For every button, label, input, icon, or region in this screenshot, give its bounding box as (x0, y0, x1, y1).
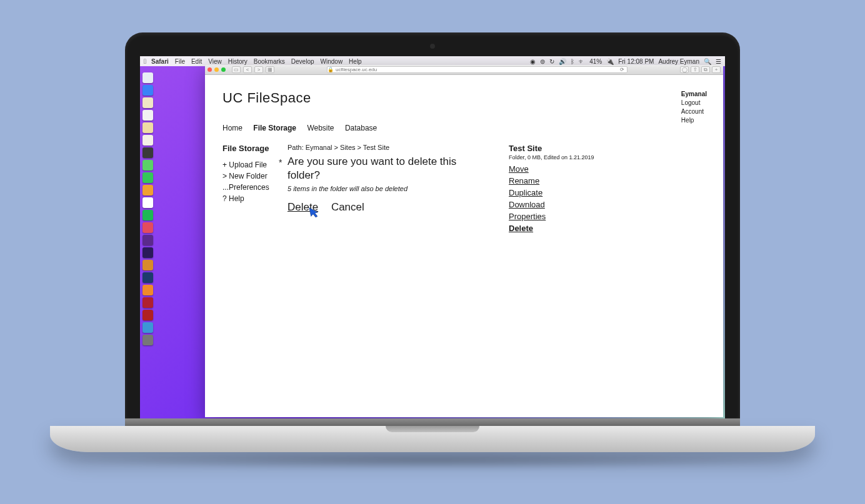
new-tab-button[interactable]: + (712, 66, 721, 73)
confirm-hint: 5 items in the folder will also be delet… (288, 185, 472, 192)
battery-percent[interactable]: 41% (589, 58, 602, 65)
dock-app-19[interactable] (142, 310, 153, 320)
laptop-base (50, 426, 815, 452)
cc-icon[interactable]: ◉ (530, 58, 536, 65)
dock-app-7[interactable] (142, 160, 153, 170)
dock-app-18[interactable] (142, 297, 153, 308)
laptop-shadow (56, 451, 806, 470)
dock-app-10[interactable] (142, 197, 153, 208)
sidebar: File Storage + Upload File > New Folder … (222, 144, 285, 234)
action-delete[interactable]: Delete (509, 222, 615, 234)
cancel-button[interactable]: Cancel (331, 201, 364, 213)
apple-menu-icon[interactable]:  (144, 57, 146, 65)
lock-icon: 🔒 (328, 67, 334, 72)
zoom-window-button[interactable] (221, 67, 226, 72)
action-duplicate[interactable]: Duplicate (509, 187, 615, 199)
sidebar-help[interactable]: ? Help (222, 193, 285, 204)
nav-file-storage[interactable]: File Storage (253, 124, 296, 132)
dock-app-6[interactable] (142, 147, 153, 158)
camera-dot (430, 44, 435, 49)
dock-app-5[interactable] (142, 135, 153, 146)
action-move[interactable]: Move (509, 163, 615, 175)
minimize-window-button[interactable] (214, 67, 219, 72)
user-nav: Eymanal Logout Account Help (681, 90, 707, 125)
main-column: Path: Eymanal > Sites > Test Site * Are … (285, 144, 472, 234)
reader-button[interactable]: ◯ (680, 66, 689, 73)
battery-icon[interactable]: 🔌 (606, 58, 614, 65)
window-controls (208, 67, 226, 72)
share-button[interactable]: ⇪ (691, 66, 699, 73)
details-meta: Folder, 0 MB, Edited on 1.21.2019 (509, 154, 615, 161)
spotlight-icon[interactable]: 🔍 (704, 58, 711, 65)
volume-icon[interactable]: 🔊 (559, 58, 566, 65)
desktop-wallpaper:  Safari File Edit View History Bookmark… (140, 56, 725, 418)
account-link[interactable]: Account (681, 107, 707, 116)
menubar-item-help[interactable]: Help (349, 58, 362, 65)
menubar-item-edit[interactable]: Edit (191, 58, 202, 65)
dock (142, 72, 153, 345)
menubar-item-file[interactable]: File (175, 58, 185, 65)
back-button[interactable]: < (243, 66, 252, 73)
menubar-item-bookmarks[interactable]: Bookmarks (254, 58, 285, 65)
menubar-app-name[interactable]: Safari (151, 58, 169, 65)
dock-app-21[interactable] (142, 335, 153, 345)
wifi-icon[interactable]: ᯤ (579, 58, 585, 65)
dock-app-12[interactable] (142, 222, 153, 233)
dock-app-8[interactable] (142, 172, 153, 183)
menubar-item-history[interactable]: History (228, 58, 248, 65)
dock-app-3[interactable] (142, 110, 153, 121)
grid-button[interactable]: ▦ (266, 66, 274, 73)
bluetooth-icon[interactable]: ᛒ (571, 58, 574, 65)
dock-app-11[interactable] (142, 210, 153, 220)
dock-app-13[interactable] (142, 235, 153, 245)
safari-toolbar: ▭ < > ▦ 🔒 ucfilespace.uc.edu ⟳ ◯ ⇪ ⧉ + (205, 65, 723, 75)
address-url: ucfilespace.uc.edu (336, 67, 377, 72)
action-download[interactable]: Download (509, 199, 615, 210)
nav-home[interactable]: Home (222, 124, 242, 132)
dock-app-2[interactable] (142, 97, 153, 108)
dock-app-17[interactable] (142, 285, 153, 295)
tabs-button[interactable]: ⧉ (701, 66, 710, 73)
menubar-clock[interactable]: Fri 12:08 PM (618, 58, 654, 65)
close-window-button[interactable] (208, 67, 212, 72)
laptop-hinge (125, 418, 740, 426)
menubar-list-icon[interactable]: ☰ (716, 58, 721, 65)
dock-app-0[interactable] (142, 72, 153, 83)
dock-app-15[interactable] (142, 260, 153, 270)
action-properties[interactable]: Properties (509, 210, 615, 222)
safari-window: ▭ < > ▦ 🔒 ucfilespace.uc.edu ⟳ ◯ ⇪ ⧉ + (205, 65, 723, 417)
timemachine-icon[interactable]: ↻ (549, 58, 554, 65)
confirm-marker: * (279, 157, 282, 167)
menubar-item-develop[interactable]: Develop (291, 58, 314, 65)
sidebar-preferences[interactable]: ...Preferences (222, 182, 285, 193)
logout-link[interactable]: Logout (681, 99, 707, 107)
menubar-username[interactable]: Audrey Eyman (658, 58, 699, 65)
dock-app-9[interactable] (142, 185, 153, 195)
top-nav: Home File Storage Website Database (222, 124, 706, 132)
confirm-question: Are you sure you want to delete this fol… (288, 155, 472, 182)
dock-app-16[interactable] (142, 272, 153, 283)
dock-app-14[interactable] (142, 247, 153, 258)
sidebar-toggle-button[interactable]: ▭ (232, 66, 241, 73)
nav-database[interactable]: Database (345, 124, 377, 132)
reload-icon[interactable]: ⟳ (620, 67, 624, 72)
details-heading: Test Site (509, 144, 615, 153)
laptop-notch (386, 426, 479, 432)
menubar-item-window[interactable]: Window (321, 58, 343, 65)
dock-app-4[interactable] (142, 122, 153, 133)
sidebar-upload-file[interactable]: + Upload File (222, 159, 285, 170)
sidebar-new-folder[interactable]: > New Folder (222, 170, 285, 182)
dock-app-1[interactable] (142, 85, 153, 96)
user-name: Eymanal (681, 90, 707, 99)
action-rename[interactable]: Rename (509, 175, 615, 187)
details-column: Test Site Folder, 0 MB, Edited on 1.21.2… (509, 144, 615, 234)
help-link[interactable]: Help (681, 116, 707, 125)
menubar-item-view[interactable]: View (208, 58, 222, 65)
dock-app-20[interactable] (142, 322, 153, 333)
airdrop-icon[interactable]: ⊚ (540, 58, 545, 65)
nav-website[interactable]: Website (307, 124, 334, 132)
forward-button[interactable]: > (254, 66, 263, 73)
address-bar[interactable]: 🔒 ucfilespace.uc.edu ⟳ (327, 66, 628, 73)
breadcrumb[interactable]: Path: Eymanal > Sites > Test Site (288, 144, 472, 151)
page-content: UC FileSpace Eymanal Logout Account Help… (205, 75, 723, 417)
